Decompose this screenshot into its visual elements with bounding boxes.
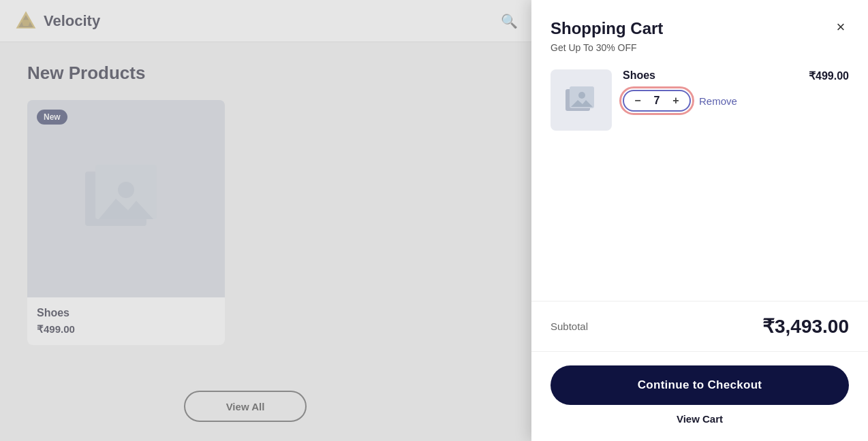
- quantity-decrease-button[interactable]: −: [631, 94, 645, 108]
- cart-header: Shopping Cart Get Up To 30% OFF ×: [531, 0, 868, 53]
- item-image-placeholder: [564, 85, 598, 115]
- cart-items: Shoes − 7 + Remove ₹499.00: [531, 53, 868, 301]
- overlay: [0, 0, 531, 441]
- cart-subtotal: Subtotal ₹3,493.00: [531, 301, 868, 351]
- subtotal-label: Subtotal: [551, 321, 588, 332]
- item-price: ₹499.00: [809, 69, 849, 82]
- subtotal-value: ₹3,493.00: [762, 315, 849, 338]
- item-controls: − 7 + Remove: [623, 90, 798, 112]
- close-button[interactable]: ×: [830, 16, 852, 38]
- item-name: Shoes: [623, 69, 798, 82]
- remove-button[interactable]: Remove: [699, 95, 737, 107]
- cart-promo: Get Up To 30% OFF: [551, 42, 849, 53]
- checkout-button[interactable]: Continue to Checkout: [551, 365, 849, 405]
- cart-item: Shoes − 7 + Remove ₹499.00: [551, 69, 849, 131]
- view-cart-button[interactable]: View Cart: [551, 413, 849, 425]
- cart-title: Shopping Cart: [551, 19, 849, 38]
- quantity-value: 7: [651, 95, 662, 107]
- item-thumbnail: [551, 69, 612, 131]
- cart-footer: Continue to Checkout View Cart: [531, 351, 868, 441]
- quantity-increase-button[interactable]: +: [669, 94, 683, 108]
- quantity-control: − 7 +: [623, 90, 691, 112]
- svg-point-8: [578, 92, 585, 99]
- cart-panel: Shopping Cart Get Up To 30% OFF × Shoes …: [531, 0, 868, 441]
- item-details: Shoes − 7 + Remove: [623, 69, 798, 112]
